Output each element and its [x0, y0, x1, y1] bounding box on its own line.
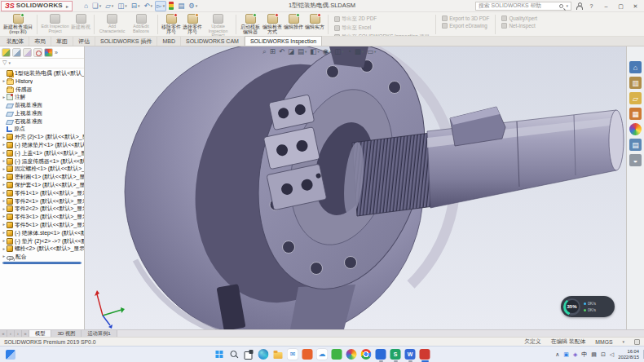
model-probe-tube[interactable] — [427, 107, 624, 208]
tree-item[interactable]: ▸(-) 温度传感器<1> (默认<<默认>_显 — [0, 157, 84, 166]
account-icon[interactable] — [576, 2, 582, 10]
view-settings-icon[interactable]: ▭▾ — [367, 46, 376, 57]
tree-item[interactable]: ▸(-) 垫片 (2)<2> ->? (默认<<默认>_ — [0, 237, 84, 245]
appearances-tab[interactable] — [629, 123, 642, 135]
help-button[interactable]: ? — [586, 1, 597, 11]
doc-tab[interactable]: 模型 — [29, 330, 51, 337]
zoom-area-icon[interactable]: ⊞ — [270, 46, 276, 57]
commandmanager-tab-2[interactable]: 布局 — [29, 37, 51, 46]
tree-item[interactable]: ▸(-) 绝缘垫片<1> (默认<<默认>_显示 — [0, 141, 84, 149]
hide-show-items-icon[interactable]: ◫▾ — [334, 46, 343, 57]
doc-tab[interactable]: 运动算例1 — [82, 330, 117, 337]
filter-caret-icon[interactable]: ▾ — [8, 60, 11, 65]
commandmanager-tab-5[interactable]: SOLIDWORKS 插件 — [95, 37, 157, 46]
view-palette-tab[interactable]: ▦ — [629, 108, 642, 120]
tree-item[interactable]: ▸History — [0, 77, 84, 86]
ribbon-button-1[interactable]: 新建检查项目(imp:和) — [2, 13, 34, 36]
taskbar-clock[interactable]: 16:04 2022/8/15 — [618, 349, 639, 360]
graphics-area[interactable]: ⌕⊞↶◪▤▾◧▾◉▾◫▾◔▩▾▭▾ 35% 0K/s0K/s — [85, 46, 626, 329]
edge-icon[interactable] — [258, 349, 269, 360]
minimize-button[interactable]: – — [601, 1, 611, 11]
tree-item[interactable]: ▸零件2<2> (默认<<默认>_显示状态 — [0, 205, 84, 214]
featuremanager-tab[interactable] — [2, 48, 11, 57]
file-explorer-icon[interactable] — [273, 349, 284, 360]
model-thread-collar[interactable] — [341, 133, 434, 218]
green-app-icon[interactable] — [332, 349, 342, 360]
tree-item[interactable]: ▸(-) 上盖<1> (默认<<默认>_显示状态 — [0, 149, 84, 157]
custom-properties-tab[interactable]: ▤ — [629, 139, 642, 151]
blue-app-icon[interactable] — [376, 349, 386, 360]
rebuild-button[interactable] — [167, 1, 175, 11]
restore-button[interactable]: ▢ — [615, 1, 626, 11]
start-icon[interactable] — [214, 349, 225, 360]
tree-item[interactable]: 传感器 — [0, 86, 84, 94]
tree-item[interactable]: ▸保护套<1> (默认<<默认>_显示状态 — [0, 181, 84, 189]
tab-scroll-button[interactable]: « — [0, 330, 7, 337]
annotation-views-icon[interactable]: ▤▾ — [298, 46, 307, 57]
orange-app-icon[interactable] — [302, 349, 313, 360]
tab-scroll-button[interactable]: » — [22, 330, 29, 337]
tray-blue-icon[interactable]: ▣ — [563, 351, 569, 357]
tree-item[interactable]: ▸零件1<1> (默认<<默认>_显示状态 — [0, 189, 84, 197]
configurationmanager-tab[interactable] — [23, 48, 32, 57]
propertymanager-tab[interactable] — [12, 48, 21, 57]
ribbon-button-11[interactable]: 编辑操作 — [283, 13, 304, 36]
doc-tab[interactable]: 3D 视图 — [51, 330, 82, 337]
tree-item[interactable]: ▸(-) 绝缘体.step<1> (默认<<默认>_ — [0, 229, 84, 237]
widgets-icon[interactable] — [6, 350, 15, 360]
tray-grid-icon[interactable]: ▤ — [591, 351, 597, 357]
displaymanager-tab[interactable] — [44, 48, 53, 57]
forum-tab[interactable]: ◒ — [629, 154, 642, 166]
menu-flyout-icon[interactable]: ▸ — [66, 3, 68, 9]
section-view-icon[interactable]: ◪ — [288, 46, 294, 57]
ribbon-button-9[interactable]: 启动模板编辑器 — [239, 13, 262, 36]
app-menu-logo[interactable]: ЗS SOLIDWORKS ▸ — [1, 1, 73, 11]
previous-view-icon[interactable]: ↶ — [279, 46, 285, 57]
commandmanager-tab-8[interactable]: SOLIDWORKS Inspection — [245, 36, 322, 46]
open-button[interactable]: ▱▾ — [104, 1, 115, 11]
tree-item[interactable]: ▸零件5<1> (默认<<默认>_显示状态 — [0, 221, 84, 229]
search-icon[interactable] — [229, 349, 240, 360]
tree-item[interactable]: ▸外壳 (2)<1> (默认<<默认>_显示状态 — [0, 133, 84, 141]
mail-icon[interactable]: ✉ — [288, 349, 298, 360]
commandmanager-tab-7[interactable]: SOLIDWORKS CAM — [181, 37, 245, 46]
save-button[interactable]: ◫▾ — [116, 1, 129, 11]
tree-item[interactable]: ▸密封圈<1> (默认<<默认>_显示状态 — [0, 173, 84, 181]
commandmanager-tab-3[interactable]: 草图 — [51, 37, 73, 46]
edit-appearance-icon[interactable]: ◔ — [347, 46, 351, 57]
ribbon-button-7[interactable]: 选择零件序号 — [182, 13, 203, 36]
select-button[interactable]: ▻▾ — [155, 1, 166, 11]
tree-item[interactable]: 前视基准面 — [0, 101, 84, 109]
ribbon-button-10[interactable]: 编辑检查方式 — [262, 13, 283, 36]
task-view-icon[interactable] — [244, 349, 254, 360]
tree-item[interactable]: ▸零件2<1> (默认<<默认>_显示状态 — [0, 197, 84, 205]
chrome-icon[interactable] — [361, 349, 372, 360]
ribbon-button-6[interactable]: 移除零件序号 — [161, 13, 182, 36]
tree-item[interactable]: ▸零件3<1> (默认<<默认>_显示状态 — [0, 213, 84, 221]
tree-item[interactable]: ▸固定螺栓<1> (默认<<默认>_显示状 — [0, 166, 84, 174]
ime-icon[interactable]: 中 — [581, 351, 587, 357]
undo-button[interactable]: ↶▾ — [142, 1, 154, 11]
ribbon-button-12[interactable]: 编辑实方 — [304, 13, 325, 36]
file-explorer-tab[interactable]: ▱ — [629, 92, 642, 104]
wheel-app-icon[interactable] — [346, 349, 357, 360]
tree-root-item[interactable]: 1型铠装热电偶 (默认<默认_显示状态-1 — [0, 69, 84, 77]
cloud-app-icon[interactable]: ☁ — [317, 349, 328, 360]
home-button[interactable]: ⌂ — [82, 1, 90, 11]
expand-tabs-button[interactable]: » — [55, 48, 58, 57]
status-tag-icon[interactable] — [634, 339, 640, 345]
tab-scroll-button[interactable]: ‹ — [7, 330, 15, 337]
wps-app-icon[interactable]: W — [405, 349, 416, 360]
new-file-button[interactable]: ❏▾ — [90, 1, 103, 11]
tree-item[interactable]: ▸螺栓<2> (默认<<默认>_显示状态 — [0, 245, 84, 254]
rollback-bar[interactable] — [2, 262, 82, 264]
tray-monitor-icon[interactable]: ⊡ — [601, 351, 606, 357]
file-properties-button[interactable]: ▤ — [176, 1, 186, 11]
tab-scroll-button[interactable]: › — [15, 330, 22, 337]
viewport-3d-model[interactable] — [85, 46, 626, 329]
tree-item[interactable]: ▸配合 — [0, 253, 84, 261]
design-library-tab[interactable]: ▥ — [629, 77, 642, 89]
solidworks-app-icon[interactable] — [420, 349, 430, 360]
apply-scene-icon[interactable]: ▩▾ — [355, 46, 364, 57]
tray-shield-icon[interactable]: ◈ — [573, 351, 577, 357]
